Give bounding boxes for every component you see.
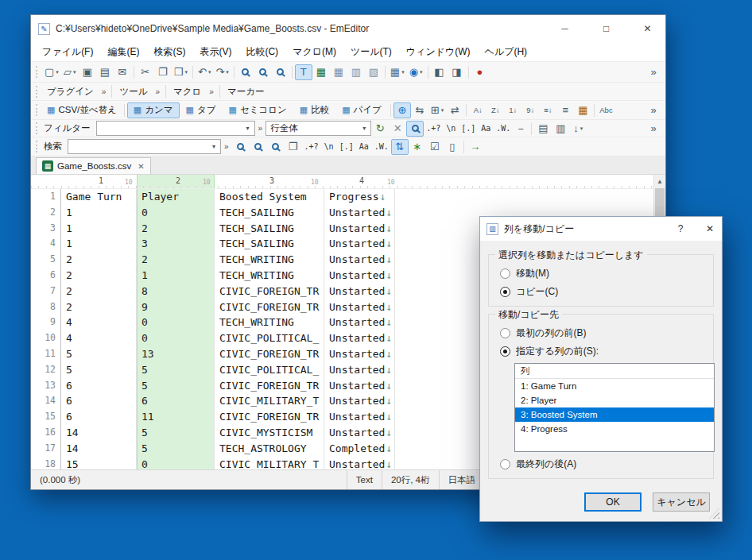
csv-cell[interactable]: 8 bbox=[137, 284, 215, 299]
multi-sort-button[interactable]: ≡ bbox=[556, 102, 574, 118]
csv-cell[interactable]: 4 bbox=[61, 315, 137, 330]
main-toolbar-overflow-button[interactable]: » bbox=[645, 64, 662, 80]
csv-cell[interactable]: Unstarted↓ bbox=[324, 299, 395, 315]
csv-cell[interactable]: 1 bbox=[61, 221, 137, 237]
search-input[interactable]: ▾ bbox=[68, 139, 221, 154]
cut-button[interactable]: ✂ bbox=[137, 64, 154, 80]
sort-az-button[interactable]: A↓ bbox=[469, 102, 486, 118]
line-number[interactable]: 12 bbox=[31, 362, 61, 378]
search-page-button[interactable]: ▯ bbox=[444, 139, 461, 155]
csv-cell[interactable]: 14 bbox=[61, 441, 137, 457]
escape-search-button[interactable]: \n bbox=[321, 139, 337, 155]
radio-after-last-column[interactable]: 最終列の後(A) bbox=[495, 455, 707, 473]
csv-cell[interactable]: TECH_WRITING bbox=[215, 252, 324, 268]
csv-cell[interactable]: 2 bbox=[61, 252, 137, 268]
csv-cell[interactable]: TECH_SAILING bbox=[215, 221, 324, 237]
table-edit-button[interactable]: ▦▾ bbox=[388, 64, 407, 80]
csv-mode-button[interactable]: ▦ bbox=[312, 64, 330, 80]
csv-cell[interactable]: Unstarted↓ bbox=[324, 409, 395, 425]
bracket-filter-button[interactable]: [.] bbox=[459, 121, 478, 137]
csv-cell[interactable]: TECH_SAILING bbox=[215, 236, 324, 252]
chevron-down-icon[interactable]: ▾ bbox=[358, 125, 370, 132]
whole-word-filter-button[interactable]: .W. bbox=[494, 121, 513, 137]
radio-copy[interactable]: コピー(C) bbox=[495, 283, 707, 301]
line-number[interactable]: 5 bbox=[31, 252, 61, 268]
csv-cell[interactable]: 6 bbox=[137, 393, 215, 409]
menu-item[interactable]: 編集(E) bbox=[100, 42, 146, 61]
csv-cell[interactable]: 0 bbox=[137, 330, 215, 346]
csv-cell[interactable]: 5 bbox=[137, 425, 215, 441]
csv-cell[interactable]: 1 bbox=[61, 205, 137, 221]
csv-cell[interactable]: CIVIC_MYSTICISM bbox=[215, 425, 324, 441]
csv-cell[interactable]: 1 bbox=[61, 236, 137, 252]
csv-cell[interactable]: Boosted System bbox=[215, 189, 324, 205]
radio-move[interactable]: 移動(M) bbox=[495, 265, 707, 283]
csv-cell[interactable]: TECH_WRITING bbox=[215, 315, 324, 330]
send-mail-button[interactable]: ✉ bbox=[114, 64, 131, 80]
spell-check-button[interactable]: Abc bbox=[597, 102, 614, 118]
csv-cell[interactable]: Unstarted↓ bbox=[324, 221, 395, 237]
web-preview-button[interactable]: ◉▾ bbox=[407, 64, 425, 80]
plugin-group-button[interactable]: プラグイン bbox=[42, 84, 99, 99]
split-view-button[interactable]: ▥ bbox=[347, 64, 365, 80]
csv-cell[interactable]: 2 bbox=[61, 268, 137, 284]
line-number[interactable]: 6 bbox=[31, 268, 61, 284]
csv-cell[interactable]: 5 bbox=[61, 346, 137, 362]
csv-cell[interactable]: Unstarted↓ bbox=[324, 362, 395, 378]
csv-cell[interactable]: 11 bbox=[137, 409, 215, 425]
regex-search-button[interactable]: .+? bbox=[302, 139, 321, 155]
filter-list-button[interactable]: ▥ bbox=[552, 121, 569, 137]
find-in-files-button[interactable] bbox=[254, 64, 272, 80]
csv-separator-mode-button[interactable]: ▦比較 bbox=[293, 102, 335, 118]
open-file-button[interactable]: ▱▾ bbox=[61, 64, 79, 80]
csv-cell[interactable]: 2 bbox=[137, 221, 215, 237]
negative-filter-button[interactable]: — bbox=[513, 121, 529, 137]
status-section[interactable]: Text bbox=[347, 470, 382, 489]
csv-cell[interactable]: 2 bbox=[61, 284, 137, 299]
text-mode-button[interactable]: T bbox=[295, 64, 312, 80]
csv-cell[interactable]: 1 bbox=[137, 268, 215, 284]
dialog-help-button[interactable]: ? bbox=[669, 217, 692, 241]
csv-cell[interactable]: Player bbox=[137, 189, 215, 205]
chevron-down-icon[interactable]: ▾ bbox=[207, 143, 220, 150]
csv-cell[interactable]: Unstarted↓ bbox=[324, 205, 395, 221]
csv-cell[interactable]: 5 bbox=[137, 441, 215, 457]
sort-ascending-button[interactable]: 1↓ bbox=[504, 102, 521, 118]
whole-word-search-button[interactable]: .W. bbox=[372, 139, 391, 155]
tab-close-icon[interactable]: ✕ bbox=[138, 162, 144, 171]
filter-down-button[interactable]: ↓▾ bbox=[569, 121, 587, 137]
filter-history-button[interactable]: ▤ bbox=[534, 121, 552, 137]
line-number[interactable]: 16 bbox=[31, 425, 61, 441]
search-list-button[interactable]: ☑ bbox=[426, 139, 444, 155]
csv-cell[interactable]: TECH_WRITING bbox=[215, 268, 324, 284]
menu-item[interactable]: ヘルプ(H) bbox=[478, 42, 535, 61]
csv-cell[interactable]: Unstarted↓ bbox=[324, 330, 395, 346]
csv-cell[interactable]: 5 bbox=[137, 378, 215, 394]
csv-separator-mode-button[interactable]: ▦タブ bbox=[180, 102, 223, 118]
clear-filter-button[interactable]: ✕ bbox=[389, 121, 406, 137]
line-number[interactable]: 11 bbox=[31, 346, 61, 362]
csv-cell[interactable]: Unstarted↓ bbox=[324, 457, 395, 469]
menu-item[interactable]: マクロ(M) bbox=[285, 42, 343, 61]
csv-cell[interactable]: CIVIC_POLITICAL_ bbox=[215, 330, 324, 346]
csv-cell[interactable]: 2 bbox=[61, 299, 137, 315]
replace-button[interactable] bbox=[272, 64, 289, 80]
status-section[interactable]: 20行, 4桁 bbox=[382, 470, 439, 489]
csv-cell[interactable]: 6 bbox=[61, 378, 137, 394]
column-list-item[interactable]: 4: Progress bbox=[515, 422, 714, 436]
line-number[interactable]: 13 bbox=[31, 378, 61, 394]
apply-filter-button[interactable] bbox=[406, 121, 424, 137]
menu-item[interactable]: 比較(C) bbox=[238, 42, 285, 61]
line-number[interactable]: 1 bbox=[31, 189, 61, 205]
csv-cell[interactable]: Unstarted↓ bbox=[324, 252, 395, 268]
csv-cell[interactable]: Unstarted↓ bbox=[324, 315, 395, 330]
csv-cell[interactable]: 3 bbox=[137, 236, 215, 252]
csv-cell[interactable]: 2 bbox=[137, 252, 215, 268]
line-number[interactable]: 10 bbox=[31, 330, 61, 346]
csv-toolbar-overflow-button[interactable]: » bbox=[645, 102, 662, 118]
csv-separator-mode-button[interactable]: ▦セミコロン bbox=[222, 102, 293, 118]
redo-button[interactable]: ↷▾ bbox=[213, 64, 231, 80]
csv-cell[interactable]: 4 bbox=[61, 330, 137, 346]
filter-input[interactable]: ▾ bbox=[96, 121, 255, 136]
column-list-item[interactable]: 3: Boosted System bbox=[515, 407, 714, 422]
